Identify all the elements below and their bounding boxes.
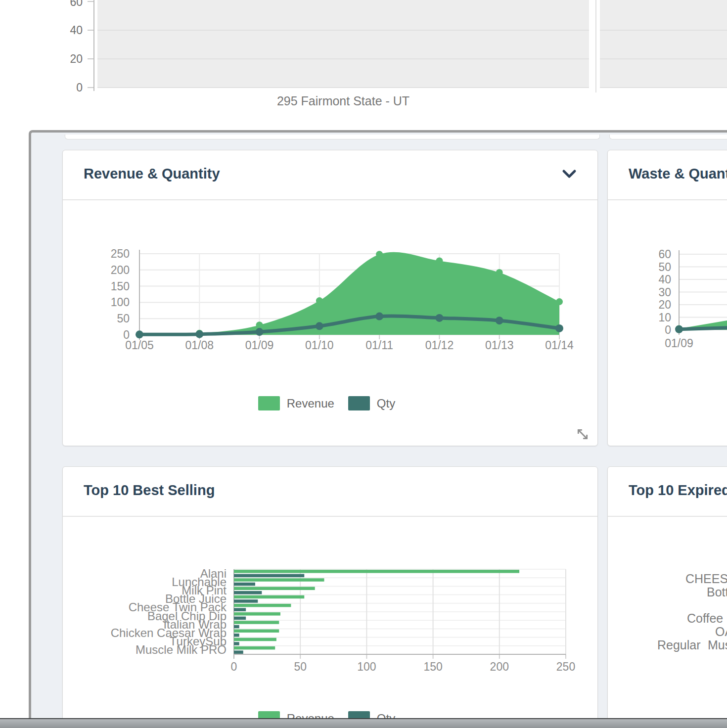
svg-text:250: 250: [111, 247, 130, 260]
category-label-fragment: Regular: [657, 638, 701, 652]
svg-text:01/10: 01/10: [305, 339, 334, 352]
axis-tick: [88, 30, 93, 31]
category-label-fragment: CHEESE: [685, 572, 727, 586]
svg-text:100: 100: [111, 296, 130, 309]
svg-text:01/09: 01/09: [245, 339, 274, 352]
top10-best-selling-chart[interactable]: 050100150200250AlaniLunchableMilk PintBo…: [63, 516, 597, 712]
chart-caption: 295 Fairmont State - UT: [195, 94, 492, 108]
svg-text:01/12: 01/12: [425, 339, 454, 352]
window-bottom-bar[interactable]: [0, 718, 727, 728]
svg-text:200: 200: [111, 264, 130, 276]
y-tick-label: 0: [48, 81, 83, 94]
revenue-quantity-chart[interactable]: 05010015020025001/0501/0801/0901/1001/11…: [63, 199, 597, 397]
axis-tick: [88, 1, 93, 2]
axis-tick: [88, 87, 93, 88]
legend-label-revenue[interactable]: Revenue: [287, 397, 334, 410]
svg-text:30: 30: [658, 286, 671, 299]
svg-text:01/09: 01/09: [665, 337, 693, 350]
svg-text:150: 150: [111, 280, 130, 293]
legend-swatch-revenue[interactable]: [258, 396, 280, 410]
svg-text:01/13: 01/13: [485, 339, 514, 352]
card-header: Revenue & Quantity: [63, 150, 597, 200]
card-above-remnant: [65, 135, 600, 139]
svg-text:01/14: 01/14: [545, 339, 574, 352]
chart-legend: Revenue Qty: [63, 396, 597, 410]
plot-area-left[interactable]: [97, 0, 589, 88]
category-label-fragment: Bott: [707, 585, 727, 599]
card-top10-best-selling: Top 10 Best Selling 050100150200250Alani…: [62, 466, 598, 725]
waste-quantity-chart[interactable]: 010203040506001/09: [608, 199, 727, 397]
svg-text:50: 50: [658, 261, 671, 273]
svg-text:50: 50: [294, 660, 307, 673]
y-axis-line: [93, 0, 94, 91]
card-header: Top 10 Expired: [608, 467, 727, 517]
svg-text:100: 100: [357, 660, 376, 673]
svg-text:200: 200: [490, 660, 509, 673]
svg-text:01/08: 01/08: [185, 339, 214, 352]
card-header: Waste & Quantity: [608, 150, 727, 200]
svg-text:01/11: 01/11: [365, 339, 393, 352]
card-title: Waste & Quantity: [629, 166, 727, 182]
card-revenue-quantity: Revenue & Quantity 05010015020025001/050…: [62, 150, 598, 446]
card-top10-expired: Top 10 Expired CHEESE Bott Coffee C OA R…: [607, 466, 727, 725]
svg-text:Muscle Milk PRO: Muscle Milk PRO: [136, 643, 227, 656]
card-header: Top 10 Best Selling: [63, 467, 597, 517]
svg-text:0: 0: [665, 323, 671, 336]
plot-area-right[interactable]: [600, 0, 727, 88]
card-title: Revenue & Quantity: [84, 166, 220, 182]
card-title: Top 10 Expired: [629, 482, 727, 499]
svg-text:60: 60: [658, 248, 671, 261]
category-label-fragment: Mus: [708, 638, 727, 652]
chevron-down-icon[interactable]: [561, 167, 578, 182]
card-title: Top 10 Best Selling: [84, 482, 215, 499]
y-tick-label: 40: [48, 23, 83, 37]
axis-tick: [88, 58, 93, 59]
y-axis-line-2: [595, 0, 596, 92]
svg-text:150: 150: [423, 660, 442, 673]
svg-text:01/05: 01/05: [125, 339, 154, 352]
svg-text:40: 40: [658, 273, 671, 286]
category-label-fragment: OA: [715, 625, 727, 639]
card-above-remnant: [609, 135, 727, 139]
y-tick-label: 20: [48, 52, 83, 66]
legend-swatch-qty[interactable]: [348, 396, 370, 410]
dashboard-page: 60 40 20 0 295 Fairmont State - UT Reven…: [0, 0, 727, 728]
legend-label-qty[interactable]: Qty: [377, 397, 395, 410]
svg-text:250: 250: [556, 660, 575, 673]
resize-handle-icon[interactable]: [576, 428, 589, 441]
svg-text:0: 0: [231, 660, 237, 673]
category-label-fragment: Coffee C: [687, 611, 727, 626]
svg-text:50: 50: [117, 312, 130, 325]
svg-text:20: 20: [658, 298, 671, 311]
card-waste-quantity: Waste & Quantity 010203040506001/09: [607, 150, 727, 446]
svg-text:10: 10: [658, 311, 671, 324]
y-tick-label: 60: [48, 0, 83, 9]
